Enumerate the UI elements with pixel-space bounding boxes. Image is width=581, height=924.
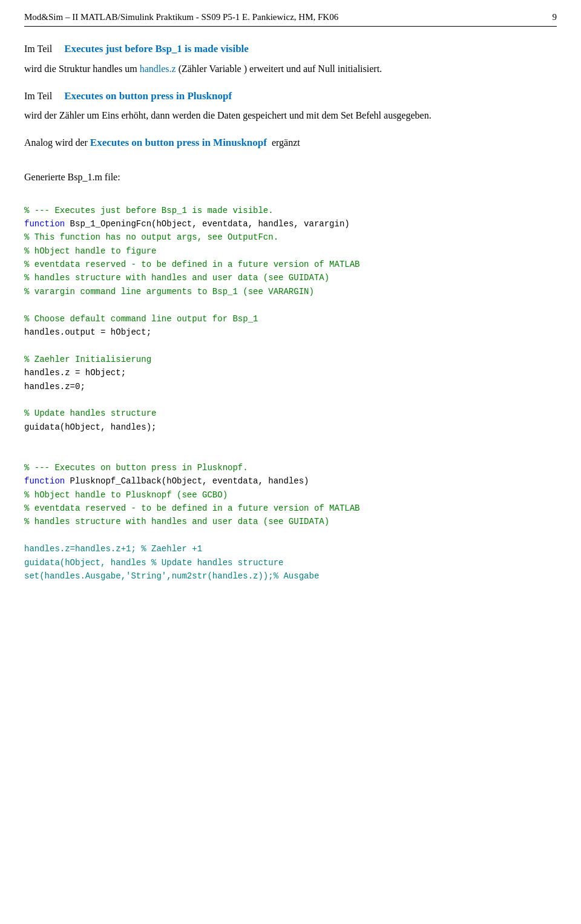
code-line-function2: function Plusknopf_Callback(hObject, eve… — [24, 474, 557, 488]
code-line-comment13: % handles structure with handles and use… — [24, 515, 557, 528]
code-line-comment2: % This function has no output args, see … — [24, 231, 557, 244]
code-line-function1: function Bsp_1_OpeningFcn(hObject, event… — [24, 217, 557, 231]
code-line-comment6: % varargin command line arguments to Bsp… — [24, 285, 557, 298]
generierte-section: Generierte Bsp_1.m file: — [24, 170, 557, 185]
code-blank4b — [24, 448, 557, 461]
code-teal1: handles.z=handles.z+1; % Zaehler +1 — [24, 542, 557, 555]
code-line-comment11: % hObject handle to Plusknopf (see GCBO) — [24, 488, 557, 502]
code-line-comment9: % Update handles structure — [24, 407, 557, 420]
section1-body1: wird die Struktur handles um — [24, 64, 140, 74]
code-line-comment1: % --- Executes just before Bsp_1 is made… — [24, 204, 557, 217]
section2-label: Im Teil — [24, 91, 52, 101]
section1: Im Teil Executes just before Bsp_1 is ma… — [24, 41, 557, 76]
section3-body: Analog wird der Executes on button press… — [24, 135, 557, 151]
code-line-comment12: % eventdata reserved - to be defined in … — [24, 502, 557, 515]
section1-body: wird die Struktur handles um handles.z (… — [24, 62, 557, 76]
code-blank3 — [24, 393, 557, 407]
page-header: Mod&Sim – II MATLAB/Simulink Praktikum -… — [24, 12, 557, 27]
code-line3: handles.z=0; — [24, 380, 557, 393]
section1-link: handles.z — [140, 64, 176, 74]
code-line-comment7: % Choose default command line output for… — [24, 312, 557, 326]
section2-blue-text: Executes on button press in Plusknopf — [64, 90, 232, 102]
section1-label: Im Teil — [24, 44, 52, 54]
code-line4: guidata(hObject, handles); — [24, 421, 557, 434]
code-line-comment10: % --- Executes on button press in Pluskn… — [24, 461, 557, 474]
section1-heading: Im Teil Executes just before Bsp_1 is ma… — [24, 41, 557, 57]
generierte-label: Generierte Bsp_1.m file: — [24, 170, 557, 185]
section3: Analog wird der Executes on button press… — [24, 135, 557, 151]
code-blank1 — [24, 298, 557, 312]
code-block: % --- Executes just before Bsp_1 is made… — [24, 204, 557, 583]
section2: Im Teil Executes on button press in Plus… — [24, 88, 557, 123]
section2-body: wird der Zähler um Eins erhöht, dann wer… — [24, 108, 557, 123]
code-blank5 — [24, 529, 557, 542]
code-line1: handles.output = hObject; — [24, 326, 557, 339]
code-teal2: guidata(hObject, handles % Update handle… — [24, 556, 557, 569]
code-line-comment4: % eventdata reserved - to be defined in … — [24, 258, 557, 271]
code-blank4 — [24, 434, 557, 447]
section2-heading: Im Teil Executes on button press in Plus… — [24, 88, 557, 104]
page-number: 9 — [553, 12, 557, 22]
header-title: Mod&Sim – II MATLAB/Simulink Praktikum -… — [24, 12, 338, 22]
code-blank2 — [24, 339, 557, 352]
code-line-comment3: % hObject handle to figure — [24, 244, 557, 258]
code-line2: handles.z = hObject; — [24, 366, 557, 379]
section1-body2: (Zähler Variable ) erweitert und auf Nul… — [176, 64, 382, 74]
code-teal3: set(handles.Ausgabe,'String',num2str(han… — [24, 569, 557, 583]
code-line-comment8: % Zaehler Initialisierung — [24, 353, 557, 366]
code-line-comment5: % handles structure with handles and use… — [24, 271, 557, 284]
section3-blue: Executes on button press in Minusknopf — [90, 137, 267, 148]
section1-blue-text: Executes just before Bsp_1 is made visib… — [64, 43, 249, 54]
